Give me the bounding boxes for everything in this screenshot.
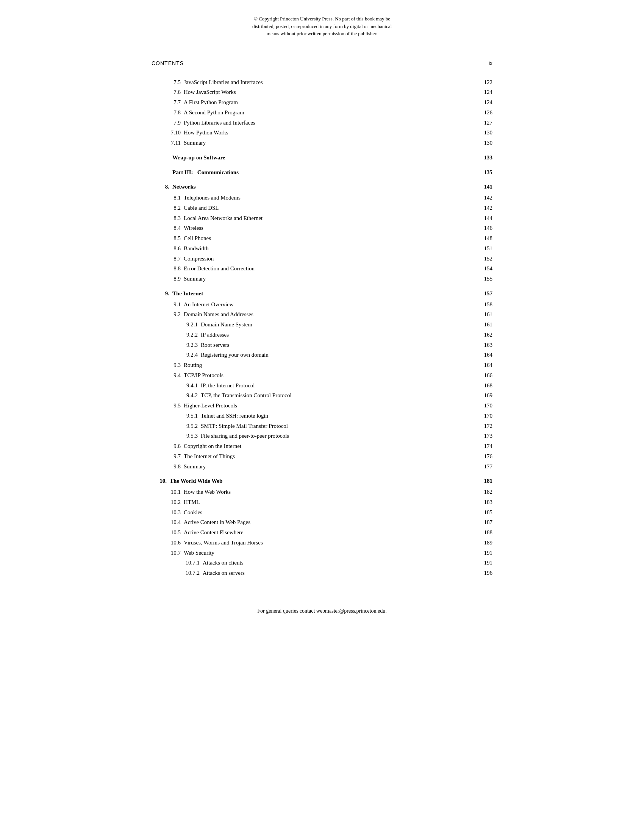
- toc-number: 9.7: [163, 452, 184, 461]
- toc-text: Bandwidth: [184, 244, 481, 253]
- toc-entry-7-7: 7.7 A First Python Program 124: [151, 98, 493, 107]
- toc-number: 9.5.1: [174, 411, 201, 421]
- toc-text: Wireless: [184, 224, 481, 233]
- toc-number: 7.8: [163, 108, 184, 117]
- toc-entry-7-5: 7.5 JavaScript Libraries and Interfaces …: [151, 78, 493, 87]
- toc-entry-10-7-1: 10.7.1 Attacks on clients 191: [151, 558, 493, 568]
- toc-text: Web Security: [184, 548, 481, 558]
- toc-entry-8-2: 8.2 Cable and DSL 142: [151, 203, 493, 213]
- toc-page: 148: [481, 234, 493, 243]
- toc-entry-9-5-2: 9.5.2 SMTP: Simple Mail Transfer Protoco…: [151, 421, 493, 431]
- toc-text: Cable and DSL: [184, 203, 481, 213]
- toc-entry-8-4: 8.4 Wireless 146: [151, 224, 493, 233]
- toc-number: 10.1: [163, 487, 184, 497]
- chapter10-header: 10. The World Wide Web 181: [151, 476, 493, 486]
- toc-text: SMTP: Simple Mail Transfer Protocol: [201, 421, 481, 431]
- toc-number: [151, 153, 172, 162]
- toc-entry-10-7-2: 10.7.2 Attacks on servers 196: [151, 568, 493, 578]
- section-wrapup-label: Wrap-up on Software: [172, 153, 481, 162]
- toc-entry-9-4: 9.4 TCP/IP Protocols 166: [151, 371, 493, 380]
- toc-number: 9.8: [163, 462, 184, 471]
- toc-page: 142: [481, 193, 493, 203]
- toc-page: 189: [481, 538, 493, 547]
- toc-page: 183: [481, 497, 493, 507]
- toc-number: 8.6: [163, 244, 184, 253]
- toc-number: 7.9: [163, 118, 184, 128]
- toc-text: JavaScript Libraries and Interfaces: [184, 78, 481, 87]
- toc-entry-9-3: 9.3 Routing 164: [151, 360, 493, 370]
- toc-text: How JavaScript Works: [184, 87, 481, 97]
- toc-page: 162: [481, 330, 493, 339]
- toc-text: Attacks on clients: [203, 558, 481, 568]
- toc-page: 133: [481, 153, 493, 162]
- part3-header: Part III: Communications 135: [151, 168, 493, 177]
- toc-number: 10.: [151, 476, 170, 486]
- part3-label: Part III: Communications: [172, 168, 481, 177]
- toc-page: 155: [481, 274, 493, 284]
- toc-number: 8.3: [163, 214, 184, 223]
- toc-text: TCP/IP Protocols: [184, 371, 481, 380]
- toc-number: 8.: [151, 182, 172, 191]
- toc-number: 9.5: [163, 401, 184, 410]
- toc-entry-10-1: 10.1 How the Web Works 182: [151, 487, 493, 497]
- toc-entry-10-5: 10.5 Active Content Elsewhere 188: [151, 528, 493, 537]
- toc-page: 164: [481, 350, 493, 360]
- toc-entry-9-5-1: 9.5.1 Telnet and SSH: remote login 170: [151, 411, 493, 421]
- toc-entry-9-4-2: 9.4.2 TCP, the Transmission Control Prot…: [151, 391, 493, 400]
- toc-entry-9-5: 9.5 Higher-Level Protocols 170: [151, 401, 493, 410]
- toc-page: 130: [481, 138, 493, 148]
- copyright-line2: distributed, posted, or reproduced in an…: [252, 24, 392, 29]
- toc-number: 9.: [151, 289, 172, 298]
- toc-number: 7.7: [163, 98, 184, 107]
- toc-entry-8-9: 8.9 Summary 155: [151, 274, 493, 284]
- toc-entry-8-3: 8.3 Local Area Networks and Ethernet 144: [151, 214, 493, 223]
- page-number: ix: [489, 60, 493, 66]
- toc-page: 126: [481, 108, 493, 117]
- toc-page: 127: [481, 118, 493, 128]
- toc-number: 8.8: [163, 264, 184, 273]
- toc-number: 10.7: [163, 548, 184, 558]
- toc-text: How Python Works: [184, 128, 481, 137]
- toc-number: 9.4.1: [174, 381, 201, 391]
- toc-page: 191: [481, 548, 493, 558]
- toc-entry-8-6: 8.6 Bandwidth 151: [151, 244, 493, 253]
- toc-text: IP, the Internet Protocol: [201, 381, 481, 391]
- toc-page: 161: [481, 320, 493, 330]
- toc-number: 10.6: [163, 538, 184, 547]
- toc-text: Local Area Networks and Ethernet: [184, 214, 481, 223]
- toc-entry-9-8: 9.8 Summary 177: [151, 462, 493, 471]
- toc-number: 10.4: [163, 518, 184, 527]
- toc-number: 7.6: [163, 87, 184, 97]
- toc-entry-9-2-3: 9.2.3 Root servers 163: [151, 340, 493, 350]
- toc-entry-10-3: 10.3 Cookies 185: [151, 508, 493, 517]
- toc-number: 8.2: [163, 203, 184, 213]
- toc-text: Python Libraries and Interfaces: [184, 118, 481, 128]
- toc-number: 9.1: [163, 300, 184, 309]
- toc-number: 9.2.1: [174, 320, 201, 330]
- toc-entry-7-11: 7.11 Summary 130: [151, 138, 493, 148]
- toc-number: 9.2.3: [174, 340, 201, 350]
- toc-text: Attacks on servers: [203, 568, 481, 578]
- toc-page: 174: [481, 442, 493, 451]
- toc-page: 122: [481, 78, 493, 87]
- chapter9-title: The Internet: [172, 289, 481, 298]
- toc-page: 154: [481, 264, 493, 273]
- toc-number: 9.2.4: [174, 350, 201, 360]
- toc-page: 124: [481, 98, 493, 107]
- toc-number: 7.5: [163, 78, 184, 87]
- toc-page: 141: [481, 182, 493, 191]
- toc-number: 10.3: [163, 508, 184, 517]
- toc-entry-8-8: 8.8 Error Detection and Correction 154: [151, 264, 493, 273]
- toc-page: 152: [481, 254, 493, 264]
- toc-page: 196: [481, 568, 493, 578]
- toc-entry-7-10: 7.10 How Python Works 130: [151, 128, 493, 137]
- toc-number: 10.7.2: [174, 568, 203, 578]
- toc-text: Error Detection and Correction: [184, 264, 481, 273]
- chapter8-title: Networks: [172, 182, 481, 191]
- toc-text: Registering your own domain: [201, 350, 481, 360]
- toc-entry-9-7: 9.7 The Internet of Things 176: [151, 452, 493, 461]
- toc-text: Cookies: [184, 508, 481, 517]
- toc-text: HTML: [184, 497, 481, 507]
- toc-page: 158: [481, 300, 493, 309]
- toc-number: 9.2: [163, 310, 184, 319]
